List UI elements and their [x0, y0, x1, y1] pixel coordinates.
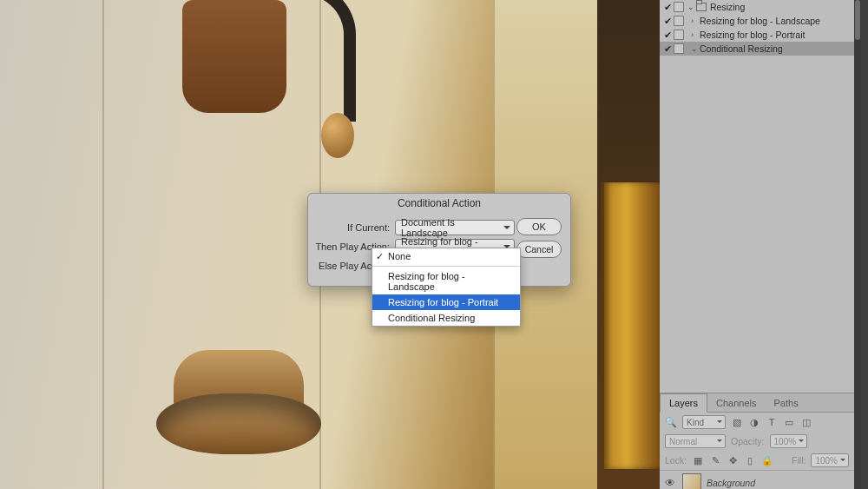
filter-pixel-icon[interactable]: ▧: [731, 417, 743, 428]
filter-shape-icon[interactable]: ▭: [783, 417, 795, 428]
panel-dock-rail[interactable]: [854, 0, 861, 489]
lock-artboard-icon[interactable]: ▯: [744, 455, 756, 466]
lock-position-icon[interactable]: ✥: [727, 455, 739, 466]
lock-transparent-icon[interactable]: ▦: [692, 455, 704, 466]
menu-item-none[interactable]: None: [372, 248, 520, 264]
toggle-check-icon[interactable]: ✔: [661, 43, 674, 55]
else-play-dropdown: None Resizing for blog - Landscape Resiz…: [372, 248, 521, 327]
toggle-check-icon[interactable]: ✔: [661, 2, 674, 13]
scrollbar-thumb[interactable]: [855, 0, 860, 40]
action-item[interactable]: Resizing for blog - Portrait: [700, 30, 805, 40]
lock-pixels-icon[interactable]: ✎: [709, 455, 721, 466]
search-icon[interactable]: 🔍: [665, 417, 677, 428]
filter-adjust-icon[interactable]: ◑: [748, 417, 760, 428]
lock-label: Lock:: [665, 455, 687, 466]
image-content: [601, 182, 660, 469]
toggle-check-icon[interactable]: ✔: [661, 30, 674, 41]
dialog-toggle[interactable]: [674, 16, 684, 26]
fill-label: Fill:: [792, 455, 806, 466]
filter-kind-select[interactable]: Kind: [682, 415, 726, 429]
layer-name[interactable]: Background: [707, 478, 755, 488]
layer-row-background[interactable]: 👁 Background: [660, 470, 854, 489]
dialog-toggle[interactable]: [674, 2, 684, 12]
fill-field[interactable]: 100%: [811, 453, 849, 467]
opacity-field[interactable]: 100%: [770, 434, 808, 448]
toggle-check-icon[interactable]: ✔: [661, 16, 674, 27]
if-current-label: If Current:: [315, 222, 395, 233]
layers-panel: Layers Channels Paths 🔍 Kind ▧ ◑ T ▭ ◫ N…: [660, 393, 854, 489]
action-item[interactable]: Resizing for blog - Landscape: [700, 16, 820, 26]
menu-item-conditional[interactable]: Conditional Resizing: [372, 310, 520, 326]
opacity-label: Opacity:: [731, 436, 765, 446]
cancel-button[interactable]: Cancel: [516, 241, 562, 258]
dialog-toggle[interactable]: [674, 30, 684, 40]
dialog-title: Conditional Action: [308, 194, 570, 213]
disclosure-icon[interactable]: ⌄: [691, 44, 700, 53]
actions-panel[interactable]: ✔ ⌄ Resizing ✔ › Resizing for blog - Lan…: [660, 0, 854, 393]
blend-mode-select[interactable]: Normal: [665, 434, 726, 448]
ok-button[interactable]: OK: [516, 218, 562, 235]
if-current-select[interactable]: Document Is Landscape: [395, 220, 515, 235]
tab-paths[interactable]: Paths: [766, 394, 807, 412]
folder-icon: [696, 3, 707, 11]
tab-layers[interactable]: Layers: [660, 393, 707, 413]
layer-thumbnail[interactable]: [682, 473, 701, 490]
lock-all-icon[interactable]: 🔒: [761, 455, 773, 466]
disclosure-icon[interactable]: ›: [691, 30, 700, 39]
visibility-eye-icon[interactable]: 👁: [665, 477, 677, 489]
right-panel-group: ✔ ⌄ Resizing ✔ › Resizing for blog - Lan…: [660, 0, 861, 489]
menu-item-portrait[interactable]: Resizing for blog - Portrait: [372, 294, 520, 310]
dialog-toggle[interactable]: [674, 43, 684, 54]
tab-channels[interactable]: Channels: [707, 394, 765, 412]
filter-type-icon[interactable]: T: [766, 417, 778, 427]
menu-item-landscape[interactable]: Resizing for blog - Landscape: [372, 268, 520, 294]
filter-smart-icon[interactable]: ◫: [800, 417, 812, 428]
image-content: [139, 359, 339, 489]
disclosure-icon[interactable]: ⌄: [687, 3, 696, 11]
action-item-selected[interactable]: Conditional Resizing: [700, 43, 783, 54]
disclosure-icon[interactable]: ›: [691, 17, 700, 25]
action-set-name[interactable]: Resizing: [710, 2, 745, 12]
